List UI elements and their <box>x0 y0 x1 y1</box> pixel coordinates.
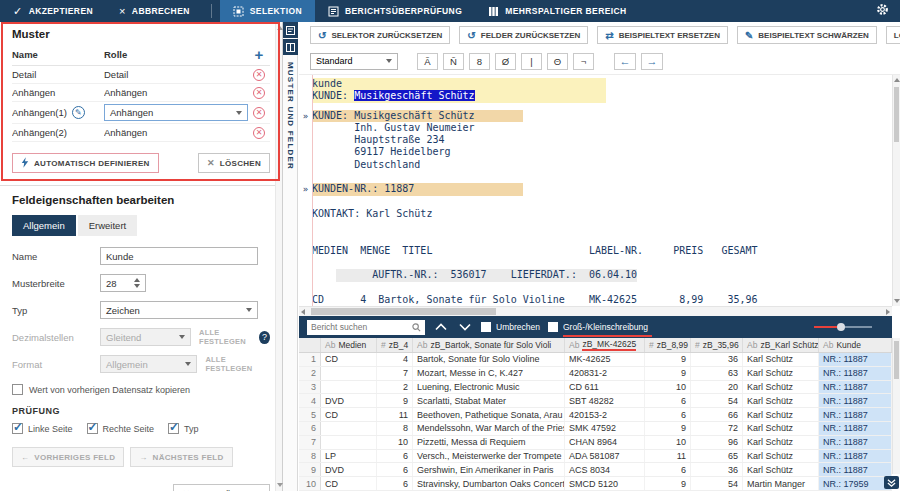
left-panel-scrollbar[interactable] <box>275 22 282 491</box>
scrollbar-thumb[interactable] <box>311 308 496 315</box>
field-name-input[interactable]: Kunde <box>100 247 258 265</box>
tab-selektion[interactable]: SELEKTION <box>220 0 315 22</box>
delete-patterns-button[interactable]: ✕ LÖSCHEN <box>198 153 270 173</box>
check-left-side[interactable]: Linke Seite <box>12 423 73 434</box>
scroll-down-arrow-icon[interactable] <box>894 299 900 303</box>
delete-pattern-menu-button[interactable]: LÖSCHMUSTER <box>886 26 900 44</box>
tab-erweitert[interactable]: Erweitert <box>78 215 137 236</box>
redo-arrow-button[interactable]: → <box>641 53 663 70</box>
secondary-panel-tab-icon[interactable] <box>283 39 298 55</box>
delete-field-button[interactable]: ✕ FELD LÖSCHEN <box>173 484 270 491</box>
column-header[interactable]: #zB_4 <box>377 338 413 352</box>
report-line[interactable]: AUFTR.-NR.: 536017 LIEFERDAT.: 06.04.10 <box>299 269 892 281</box>
field-highlight[interactable]: KUNDEN-NR.: 11887 <box>312 183 523 195</box>
previous-field-button[interactable]: ← VORHERIGES FELD <box>12 447 124 467</box>
report-line[interactable]: 69117 Heidelberg <box>299 146 892 158</box>
pattern-row[interactable]: Anhängen Anhängen ✕ <box>12 84 270 102</box>
cancel-button[interactable]: × ABBRECHEN <box>106 0 203 22</box>
report-line[interactable] <box>299 233 892 245</box>
delete-pattern-button[interactable]: ✕ <box>248 69 270 81</box>
scrollbar-thumb[interactable] <box>894 87 899 142</box>
table-row[interactable]: 68Mendelssohn, War March of the PriestsS… <box>299 422 892 436</box>
report-line[interactable]: CD 4 Bartok, Sonate für Solo Violine MK-… <box>299 294 892 306</box>
trap-char-button[interactable]: 8 <box>469 53 490 70</box>
wrap-checkbox[interactable] <box>481 322 491 332</box>
trap-char-button[interactable]: Θ <box>547 53 568 70</box>
report-line[interactable] <box>299 282 892 294</box>
column-header[interactable]: #zB_35,96 <box>691 338 743 352</box>
trap-char-button[interactable]: Ã <box>417 53 438 70</box>
report-line[interactable] <box>299 220 892 232</box>
accept-button[interactable]: ✓ AKZEPTIEREN <box>0 0 106 22</box>
row-number-header[interactable] <box>299 338 321 352</box>
edit-pencil-icon[interactable]: ✎ <box>72 106 85 119</box>
search-next-button[interactable] <box>457 319 473 335</box>
wrap-checkbox-row[interactable]: Umbrechen <box>481 322 540 332</box>
pattern-row[interactable]: Detail Detail ✕ <box>12 66 270 84</box>
column-header[interactable]: AbzB_Karl Schütz <box>743 338 819 352</box>
add-pattern-button[interactable]: + <box>248 50 270 60</box>
table-vertical-scrollbar[interactable] <box>892 316 900 474</box>
next-field-button[interactable]: → NÄCHSTES FELD <box>130 447 232 467</box>
checked-checkbox[interactable] <box>168 423 179 434</box>
scroll-right-arrow-icon[interactable] <box>886 309 890 315</box>
reset-fields-button[interactable]: ↺ FELDER ZURÜCKSETZEN <box>459 26 588 44</box>
report-vertical-scrollbar[interactable] <box>892 75 900 306</box>
check-right-side[interactable]: Rechte Seite <box>87 423 155 434</box>
report-line[interactable]: »KUNDE: Musikgeschäft Schütz <box>299 110 892 122</box>
report-line[interactable] <box>299 171 892 183</box>
role-dropdown[interactable]: Anhängen <box>104 104 248 121</box>
table-row[interactable]: 32Luening, Electronic MusicCD 6111020Kar… <box>299 381 892 395</box>
selector-trap-line[interactable]: kunde <box>299 78 892 90</box>
trap-char-button[interactable]: ¬ <box>573 53 594 70</box>
reset-selector-button[interactable]: ↺ SELEKTOR ZURÜCKSETZEN <box>310 26 450 44</box>
auto-define-button[interactable]: AUTOMATISCH DEFINIEREN <box>12 153 159 173</box>
report-line[interactable] <box>299 257 892 269</box>
stepper-arrows[interactable] <box>134 278 140 288</box>
side-tab-label[interactable]: MUSTER UND FELDER <box>286 62 295 170</box>
tab-berichtsueberpruefung[interactable]: BERICHTSÜBERPRÜFUNG <box>315 0 475 22</box>
delete-pattern-button[interactable]: ✕ <box>248 87 270 99</box>
report-line[interactable]: Deutschland <box>299 159 892 171</box>
zoom-slider[interactable] <box>814 323 872 331</box>
table-row[interactable]: 5CD11Beethoven, Pathetique Sonata, Arau4… <box>299 408 892 422</box>
pattern-row-selected[interactable]: Anhängen(1) ✎ Anhängen ✕ <box>12 102 270 124</box>
preset-dropdown[interactable]: Standard <box>310 53 398 70</box>
type-dropdown[interactable]: Zeichen <box>100 301 258 319</box>
report-line[interactable]: KONTAKT: Karl Schütz <box>299 208 892 220</box>
settings-gear-button[interactable] <box>865 0 900 22</box>
scroll-up-arrow-icon[interactable] <box>894 78 900 82</box>
copy-previous-checkbox-row[interactable]: Wert von vorherigen Datensatz kopieren <box>12 384 270 395</box>
table-row[interactable]: 710Pizzetti, Messa di RequiemCHAN 896410… <box>299 436 892 450</box>
report-line[interactable]: MEDIEN MENGE TITEL LABEL-NR. PREIS GESAM… <box>299 245 892 257</box>
field-highlight[interactable]: KUNDE: Musikgeschäft Schütz <box>312 110 523 122</box>
pattern-row[interactable]: Anhängen(2) Anhängen ✕ <box>12 124 270 142</box>
case-checkbox-row[interactable]: Groß-/Kleinschreibung <box>548 322 648 332</box>
check-type[interactable]: Typ <box>168 423 199 434</box>
scrollbar-thumb[interactable] <box>894 341 899 379</box>
search-previous-button[interactable] <box>433 319 449 335</box>
delete-pattern-button[interactable]: ✕ <box>248 127 270 139</box>
replace-sample-button[interactable]: ⇄ BEISPIELTEXT ERSETZEN <box>597 26 728 44</box>
expand-table-button[interactable] <box>884 476 899 489</box>
table-row[interactable]: 4DVD9Scarlatti, Stabat MaterSBT 48282654… <box>299 394 892 408</box>
checked-checkbox[interactable] <box>12 423 23 434</box>
column-header[interactable]: AbzB_Bartok, Sonate für Solo Violi <box>413 338 565 352</box>
column-header[interactable]: AbzB_MK-42625 <box>565 338 645 352</box>
trap-char-button[interactable]: | <box>521 53 542 70</box>
table-row[interactable]: 10CD6Stravinsky, Dumbarton Oaks Concerto… <box>299 477 892 491</box>
field-highlight[interactable]: AUFTR.-NR.: 536017 LIEFERDAT.: 06.04.10 <box>336 269 637 281</box>
report-horizontal-scrollbar[interactable] <box>299 306 892 316</box>
checked-checkbox[interactable] <box>87 423 98 434</box>
tab-mehrspaltiger-bereich[interactable]: MEHRSPALTIGER BEREICH <box>475 0 639 22</box>
help-icon[interactable]: ? <box>259 331 270 344</box>
search-input[interactable] <box>311 322 403 332</box>
blacken-sample-button[interactable]: ✎ BEISPIELTEXT SCHWÄRZEN <box>737 26 877 44</box>
scroll-left-arrow-icon[interactable] <box>301 309 305 315</box>
column-header[interactable]: AbKunde <box>819 338 892 352</box>
report-line[interactable]: »KUNDEN-NR.: 11887 <box>299 183 892 195</box>
report-line[interactable]: Hauptstraße 234 <box>299 134 892 146</box>
table-row[interactable]: 9DVD6Gershwin, Ein Amerikaner in ParisAC… <box>299 463 892 477</box>
report-line[interactable] <box>299 196 892 208</box>
report-text-area[interactable]: kunde KUNDE: Musikgeschäft Schütz »KUNDE… <box>299 75 892 306</box>
